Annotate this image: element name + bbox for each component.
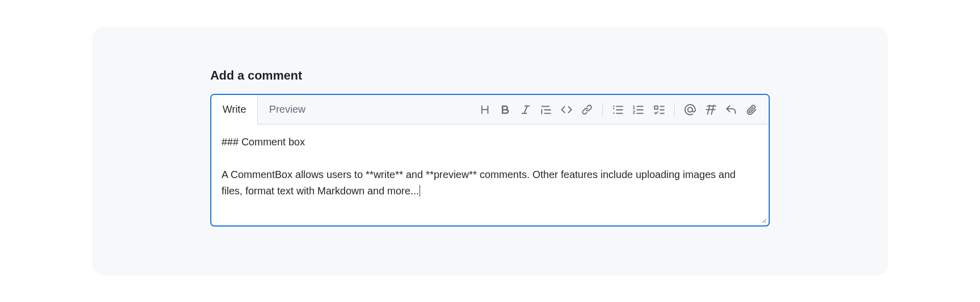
heading-icon [479,104,491,115]
paperclip-icon [746,104,757,115]
task-list-button[interactable] [649,99,669,120]
unordered-list-icon [612,104,624,115]
reference-button[interactable] [700,99,721,120]
textarea-container: ### Comment box A CommentBox allows user… [211,124,769,225]
comment-textarea[interactable]: ### Comment box A CommentBox allows user… [222,134,758,220]
editor-toolbar: Write Preview [211,95,769,124]
resize-handle-icon[interactable] [760,216,767,223]
ordered-list-button[interactable] [628,99,649,120]
heading-button[interactable] [475,99,495,120]
italic-button[interactable] [516,99,536,120]
reply-button[interactable] [721,99,741,120]
tab-write[interactable]: Write [211,95,258,124]
attach-button[interactable] [741,99,762,120]
section-title: Add a comment [210,68,770,83]
bold-button[interactable] [495,99,516,120]
ordered-list-icon [633,104,644,115]
text-cursor [420,185,420,196]
quote-button[interactable] [536,99,556,120]
task-list-icon [653,104,665,115]
comment-editor: Write Preview [210,94,770,226]
italic-icon [520,104,531,115]
comment-card: Add a comment Write Preview [92,27,888,275]
hash-icon [705,104,716,115]
tab-preview[interactable]: Preview [258,95,316,124]
code-icon [561,104,572,115]
svg-line-1 [765,222,766,223]
mention-icon [684,104,696,115]
mention-button[interactable] [680,99,700,120]
link-button[interactable] [577,99,597,120]
unordered-list-button[interactable] [608,99,628,120]
toolbar-icons [475,95,769,124]
code-button[interactable] [556,99,577,120]
link-icon [581,104,593,115]
reply-icon [725,104,737,115]
toolbar-divider [602,103,603,117]
editor-tabs: Write Preview [211,95,316,124]
toolbar-divider [674,103,675,117]
quote-icon [541,104,552,115]
bold-icon [500,104,511,115]
